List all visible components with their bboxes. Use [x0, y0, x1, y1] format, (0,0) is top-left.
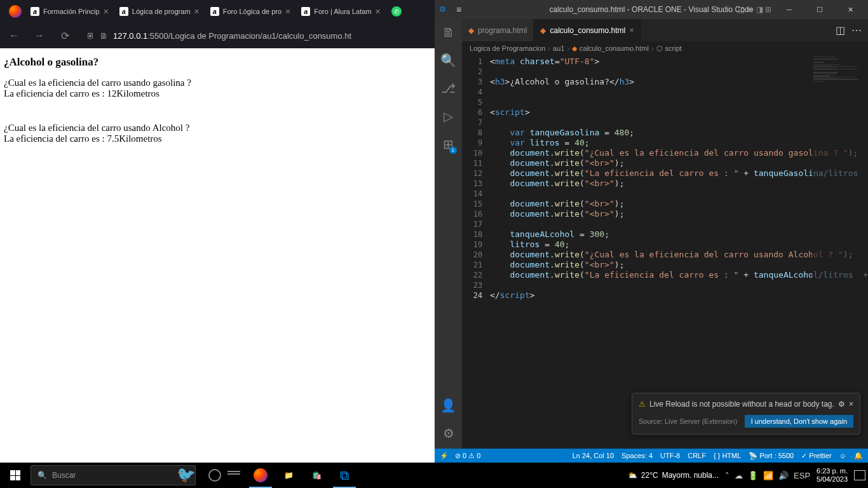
close-icon[interactable]: ×	[849, 400, 853, 409]
minimap[interactable]	[812, 55, 868, 449]
feedback-icon[interactable]: ☺	[839, 452, 846, 459]
editor-tabs: ◆programa.html ◆calculo_consumo.html× ◫⋯	[462, 19, 868, 41]
vscode-titlebar: ⧉ ≡ calculo_consumo.html - ORACLE ONE - …	[435, 0, 868, 19]
page-text: La eficiencia del carro es : 7.5Kilometr…	[4, 133, 431, 144]
indentation[interactable]: Spaces: 4	[621, 452, 653, 459]
whatsapp-icon: ✆	[391, 6, 402, 17]
settings-gear-icon[interactable]: ⚙	[443, 426, 454, 441]
chevron-up-icon[interactable]: ˄	[725, 471, 729, 480]
windows-taskbar: 🔍Buscar 📁 🛍️ ⧉ ⛅ 22°C Mayorm. nubla... ˄…	[0, 463, 868, 488]
firefox-window: aFormación Princip× aLógica de program× …	[0, 0, 435, 463]
shield-icon: ⛨	[86, 31, 95, 41]
split-editor-icon[interactable]: ◫	[836, 24, 845, 36]
encoding[interactable]: UTF-8	[660, 452, 680, 459]
status-bar: ⚡ ⊘ 0 ⚠ 0 Ln 24, Col 10 Spaces: 4 UTF-8 …	[435, 449, 868, 463]
reload-button[interactable]: ⟳	[56, 27, 74, 44]
clock[interactable]: 6:23 p. m. 5/04/2023	[817, 467, 848, 484]
search-icon: 🔍	[37, 471, 47, 480]
explorer-icon[interactable]: 🗎	[442, 25, 455, 40]
code-editor[interactable]: 123456789101112131415161718192021222324 …	[462, 55, 868, 449]
page-heading: ¿Alcohol o gasolina?	[4, 56, 431, 69]
vscode-logo-icon: ⧉	[440, 4, 450, 15]
gear-icon[interactable]: ⚙	[838, 400, 845, 409]
maximize-button[interactable]: ☐	[807, 0, 832, 19]
line-numbers: 123456789101112131415161718192021222324	[462, 55, 490, 449]
system-tray[interactable]: ˄ ☁ 🔋 📶 🔊 ESP	[725, 471, 810, 480]
breadcrumb[interactable]: Logica de Programacion› au1› ◆calculo_co…	[462, 41, 868, 55]
search-icon[interactable]: 🔍	[440, 53, 456, 68]
notification-action-button[interactable]: I understand, Don't show again	[745, 415, 853, 428]
browser-tab[interactable]: aLógica de program×	[114, 2, 205, 21]
errors-count[interactable]: ⊘ 0 ⚠ 0	[455, 452, 480, 460]
close-icon[interactable]: ×	[104, 6, 109, 17]
battery-icon[interactable]: 🔋	[748, 471, 758, 480]
back-button[interactable]: ←	[5, 27, 23, 44]
run-debug-icon[interactable]: ▷	[444, 109, 453, 124]
taskbar-search[interactable]: 🔍Buscar	[31, 465, 196, 485]
page-text: ¿Cual es la eficiencia del carro usando …	[4, 78, 431, 88]
address-bar[interactable]: ⛨ 🗎 127.0.0.1:5500/Logica de Programacio…	[81, 25, 430, 46]
cortana-icon[interactable]	[208, 469, 221, 482]
notifications-icon[interactable]: 🔔	[854, 452, 863, 460]
onedrive-icon[interactable]: ☁	[735, 471, 743, 480]
editor-tab[interactable]: ◆calculo_consumo.html×	[534, 19, 641, 41]
action-center-icon[interactable]	[854, 470, 865, 480]
close-icon[interactable]: ×	[376, 6, 381, 17]
html-file-icon: ◆	[468, 26, 474, 35]
browser-tab[interactable]: aForo Lógica de pro×	[205, 2, 296, 21]
task-view-icon[interactable]	[227, 471, 240, 480]
notification-toast: ⚠ Live Reload is not possible without a …	[632, 393, 860, 435]
html-file-icon: ◆	[572, 44, 577, 53]
weather-icon: ⛅	[628, 471, 637, 480]
page-text: ¿Cual es la eficiencia del carro usando …	[4, 123, 431, 133]
page-icon: 🗎	[100, 31, 108, 41]
editor-tab[interactable]: ◆programa.html	[462, 19, 534, 41]
store-taskbar-icon[interactable]: 🛍️	[302, 463, 330, 488]
close-icon[interactable]: ×	[285, 6, 290, 17]
forward-button[interactable]: →	[31, 27, 48, 44]
account-icon[interactable]: 👤	[440, 398, 456, 413]
html-file-icon: ◆	[540, 26, 546, 35]
eol[interactable]: CRLF	[688, 452, 706, 459]
activity-bar: 🗎 🔍 ⎇ ▷ ⊞1 👤 ⚙	[435, 19, 462, 449]
warning-icon: ⚠	[639, 400, 646, 409]
menu-icon[interactable]: ≡	[456, 4, 461, 15]
notification-source: Source: Live Server (Extension)	[639, 417, 745, 425]
firefox-taskbar-icon[interactable]	[247, 463, 275, 488]
browser-tab[interactable]: ✆	[386, 2, 408, 21]
start-button[interactable]	[0, 463, 31, 488]
firefox-logo	[5, 0, 25, 23]
cursor-position[interactable]: Ln 24, Col 10	[573, 452, 614, 459]
url-text: 127.0.0.1:5500/Logica de Programacion/au…	[113, 31, 351, 41]
weather-widget[interactable]: ⛅ 22°C Mayorm. nubla...	[628, 471, 719, 480]
window-title: calculo_consumo.html - ORACLE ONE - Visu…	[550, 5, 754, 14]
browser-tab[interactable]: aFormación Princip×	[25, 2, 114, 21]
firefox-toolbar: ← → ⟳ ⛨ 🗎 127.0.0.1:5500/Logica de Progr…	[0, 23, 435, 48]
extensions-icon[interactable]: ⊞1	[443, 137, 454, 152]
close-icon[interactable]: ×	[194, 6, 200, 17]
minimize-button[interactable]: ─	[776, 0, 802, 19]
more-icon[interactable]: ⋯	[851, 24, 862, 36]
firefox-tab-bar: aFormación Princip× aLógica de program× …	[0, 0, 435, 23]
code-content[interactable]: <meta charset="UTF-8"> <h3>¿Alcohol o ga…	[490, 55, 868, 449]
vscode-window: ⧉ ≡ calculo_consumo.html - ORACLE ONE - …	[435, 0, 868, 463]
prettier-status[interactable]: ✓ Prettier	[801, 452, 832, 460]
close-icon[interactable]: ×	[629, 25, 634, 35]
language-mode[interactable]: { } HTML	[714, 452, 741, 459]
symbol-icon: ⬡	[656, 44, 663, 53]
page-content: ¿Alcohol o gasolina? ¿Cual es la eficien…	[0, 48, 435, 463]
file-explorer-taskbar-icon[interactable]: 📁	[275, 463, 302, 488]
live-server-port[interactable]: 📡 Port : 5500	[749, 452, 794, 460]
source-control-icon[interactable]: ⎇	[441, 81, 456, 96]
notification-message: Live Reload is not possible without a he…	[649, 400, 834, 409]
language-indicator[interactable]: ESP	[794, 471, 810, 480]
vscode-taskbar-icon[interactable]: ⧉	[330, 463, 358, 488]
page-text: La eficiencia del carro es : 12Kilometro…	[4, 88, 431, 99]
volume-icon[interactable]: 🔊	[778, 471, 789, 480]
close-button[interactable]: ✕	[837, 0, 863, 19]
wifi-icon[interactable]: 📶	[763, 471, 773, 480]
browser-tab[interactable]: aForo | Alura Latam×	[296, 2, 385, 21]
remote-icon[interactable]: ⚡	[440, 452, 449, 460]
cortana-bird-icon	[177, 466, 202, 485]
